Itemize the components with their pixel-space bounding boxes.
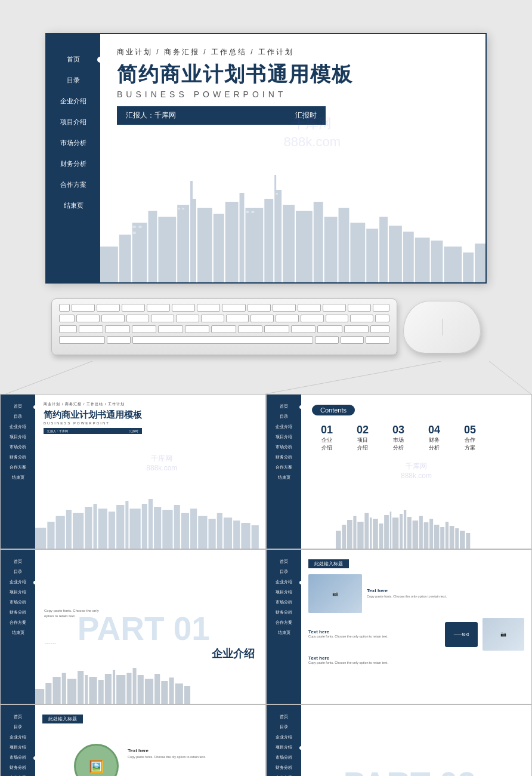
contents-item-1: 01 企业 介绍 (312, 424, 342, 451)
sidebar-item-company[interactable]: 企业介绍 (47, 91, 100, 112)
svg-rect-36 (246, 211, 249, 213)
thumb4-text-here-1: Text here (367, 588, 524, 593)
svg-rect-3 (149, 211, 157, 282)
svg-rect-113 (175, 683, 183, 704)
thumb4-title: 此处输入标题 (308, 559, 349, 568)
svg-rect-54 (142, 504, 147, 549)
svg-rect-5 (177, 205, 189, 282)
sidebar-item-project[interactable]: 项目介绍 (47, 112, 100, 133)
svg-rect-79 (392, 518, 398, 549)
svg-rect-110 (154, 674, 160, 704)
thumb4-main: 此处输入标题 📷 Text here Copy paste fonts. Cho… (301, 550, 531, 704)
thumb5-green-circle: 🖼️ 1 (74, 744, 119, 776)
svg-rect-98 (67, 679, 76, 704)
svg-rect-17 (324, 217, 338, 282)
thumb-slide-5[interactable]: 首页 目录 企业介绍 项目介绍 市场分析 财务分析 合作方案 结束页 此处输入标… (0, 704, 266, 776)
svg-rect-46 (73, 513, 83, 549)
svg-rect-18 (339, 208, 349, 282)
svg-rect-91 (455, 528, 459, 549)
thumb5-sidebar: 首页 目录 企业介绍 项目介绍 市场分析 财务分析 合作方案 结束页 (1, 705, 35, 776)
thumb-slide-1[interactable]: 首页 目录 企业介绍 项目介绍 市场分析 财务分析 合作方案 结束页 商业计划 … (0, 394, 266, 549)
thumb-slide-4[interactable]: 首页 目录 企业介绍 项目介绍 市场分析 财务分析 合作方案 结束页 此处输入标… (266, 549, 532, 704)
svg-rect-43 (47, 522, 54, 549)
part01-small-text: Copy paste fonts. Choose the onlyoption … (44, 608, 99, 619)
svg-rect-53 (129, 509, 140, 549)
svg-rect-62 (209, 519, 216, 549)
sidebar-item-finance[interactable]: 财务分析 (47, 153, 100, 174)
thumb4-text-here-2: Text here (308, 629, 440, 635)
svg-rect-20 (366, 229, 378, 282)
svg-line-41 (489, 361, 531, 394)
slide-sidebar: 首页 目录 企业介绍 项目介绍 市场分析 财务分析 合作方案 结束页 (47, 34, 100, 282)
svg-rect-114 (184, 686, 190, 704)
thumb4-photo-2: 📷 (482, 618, 524, 651)
part01-dots: …… (44, 639, 56, 645)
svg-rect-48 (94, 504, 97, 549)
thumb1-title: 简约商业计划书通用模板 (44, 409, 257, 420)
svg-rect-61 (198, 516, 207, 549)
svg-rect-28 (475, 244, 485, 282)
report-time-label: 汇报时 (295, 110, 317, 121)
sidebar-item-end[interactable]: 结束页 (47, 195, 100, 216)
svg-rect-11 (245, 208, 263, 282)
svg-rect-77 (384, 515, 389, 549)
sidebar-item-coop[interactable]: 合作方案 (47, 174, 100, 195)
keyboard-section (45, 295, 487, 358)
thumb-slide-3[interactable]: 首页 目录 企业介绍 项目介绍 市场分析 财务分析 合作方案 结束页 PART … (0, 549, 266, 704)
thumb-slide-2[interactable]: 首页 目录 企业介绍 项目介绍 市场分析 财务分析 合作方案 结束页 Conte… (266, 394, 532, 549)
svg-rect-96 (52, 677, 60, 704)
svg-rect-92 (460, 531, 465, 549)
thumb1-eng: BUSINESS POWERPOINT (44, 421, 257, 425)
thumb3-sidebar: 首页 目录 企业介绍 项目介绍 市场分析 财务分析 合作方案 结束页 (1, 550, 35, 704)
svg-rect-73 (364, 513, 369, 549)
svg-rect-93 (466, 533, 470, 549)
svg-rect-32 (139, 226, 142, 228)
svg-rect-109 (145, 679, 153, 704)
svg-rect-50 (109, 512, 115, 549)
svg-rect-55 (149, 499, 153, 549)
svg-rect-25 (431, 241, 443, 282)
svg-rect-72 (357, 522, 363, 549)
svg-rect-37 (251, 211, 254, 213)
thumb6-main: PART 02 项目介绍 (301, 705, 531, 776)
city-silhouette (100, 175, 485, 282)
part-02-text: PART 02 (344, 765, 476, 776)
mouse (403, 301, 481, 353)
svg-rect-59 (181, 513, 189, 549)
sidebar-item-market[interactable]: 市场分析 (47, 133, 100, 153)
contents-item-3: 03 市场 分析 (383, 424, 413, 451)
sidebar-item-home[interactable]: 首页 (47, 49, 100, 70)
svg-rect-56 (154, 507, 161, 549)
svg-rect-86 (429, 519, 433, 549)
svg-rect-16 (314, 202, 323, 282)
thumbnail-grid: 首页 目录 企业介绍 项目介绍 市场分析 财务分析 合作方案 结束页 商业计划 … (0, 394, 532, 776)
svg-rect-85 (424, 522, 429, 549)
keyboard-row-2 (59, 315, 389, 322)
thumb5-title: 此处输入标题 (42, 715, 83, 723)
thumb4-text-here-3: Text here (308, 655, 524, 661)
thumb1-main: 商业计划 / 商务汇报 / 工作总结 / 工作计划 简约商业计划书通用模板 BU… (35, 395, 265, 549)
svg-rect-105 (116, 675, 125, 704)
thumb4-card-text-1: Copy paste fonts. Choose the only option… (367, 595, 524, 599)
svg-rect-19 (350, 223, 365, 282)
thumb2-sidebar: 首页 目录 企业介绍 项目介绍 市场分析 财务分析 合作方案 结束页 (267, 395, 301, 549)
svg-rect-67 (252, 525, 259, 549)
presenter-label: 汇报人：千库网 (126, 110, 176, 121)
svg-rect-44 (56, 516, 65, 549)
svg-rect-22 (389, 226, 402, 282)
svg-rect-88 (440, 527, 444, 549)
thumb5-main: 此处输入标题 🖼️ 1 Text here Copy paste fonts. … (35, 705, 265, 776)
thumb4-card-row2: Text here Copy paste fonts. Choose the o… (308, 618, 524, 651)
svg-rect-103 (105, 674, 112, 704)
thumb1-infobar: 汇报人：千库网汇报时 (44, 428, 142, 434)
contents-item-4: 04 财务 分析 (419, 424, 449, 451)
sidebar-item-toc[interactable]: 目录 (47, 70, 100, 91)
thumb6-sidebar: 首页 目录 企业介绍 项目介绍 市场分析 财务分析 合作方案 结束页 (267, 705, 301, 776)
svg-rect-87 (434, 525, 440, 549)
thumb1-sidebar: 首页 目录 企业介绍 项目介绍 市场分析 财务分析 合作方案 结束页 (1, 395, 35, 549)
main-slide-container: 首页 目录 企业介绍 项目介绍 市场分析 财务分析 合作方案 结束页 商业计划 … (45, 33, 487, 284)
svg-rect-90 (450, 526, 454, 549)
svg-rect-9 (225, 202, 239, 282)
thumb-slide-6[interactable]: 首页 目录 企业介绍 项目介绍 市场分析 财务分析 合作方案 结束页 PART … (266, 704, 532, 776)
svg-rect-83 (413, 521, 418, 549)
